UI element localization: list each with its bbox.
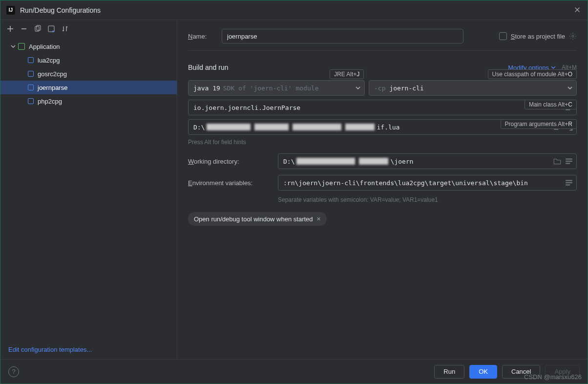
chevron-down-icon bbox=[567, 85, 572, 90]
dialog-button-bar: ? Run OK Cancel Apply bbox=[0, 359, 588, 384]
intellij-logo-icon: IJ bbox=[6, 6, 15, 15]
close-icon bbox=[574, 6, 581, 13]
titlebar: IJ Run/Debug Configurations bbox=[0, 0, 588, 20]
tree-label: lua2cpg bbox=[38, 57, 60, 64]
sort-icon bbox=[61, 25, 69, 33]
save-config-button[interactable] bbox=[45, 23, 57, 35]
tree-label: Application bbox=[29, 43, 60, 50]
svg-rect-11 bbox=[566, 161, 572, 162]
classpath-select[interactable]: -cp joern-cli bbox=[369, 80, 577, 96]
svg-rect-13 bbox=[566, 180, 572, 181]
store-as-project-checkbox[interactable] bbox=[499, 32, 507, 40]
env-label: Environment variables: bbox=[188, 179, 273, 187]
field-hints-text: Press Alt for field hints bbox=[188, 139, 577, 146]
tree-node-joernparse[interactable]: joernparse bbox=[0, 81, 177, 94]
ok-button[interactable]: OK bbox=[469, 365, 497, 379]
sidebar-toolbar bbox=[0, 20, 177, 38]
progargs-hint-tag: Program arguments Alt+R bbox=[501, 119, 577, 129]
config-tree: Application lua2cpg gosrc2cpg joernparse… bbox=[0, 38, 177, 340]
list-icon[interactable] bbox=[565, 178, 573, 187]
config-form: Name: Store as project file Build and ru… bbox=[177, 20, 588, 359]
workdir-label: Working directory: bbox=[188, 158, 273, 165]
jre-select[interactable]: java 19SDK of 'joern-cli' module bbox=[188, 80, 365, 96]
folder-icon[interactable] bbox=[553, 157, 562, 166]
save-icon bbox=[47, 25, 55, 33]
name-label: Name: bbox=[188, 33, 215, 40]
main-class-input[interactable]: io.joern.joerncli.JoernParse bbox=[188, 100, 577, 115]
open-tool-window-chip[interactable]: Open run/debug tool window when started … bbox=[188, 212, 327, 226]
application-group-icon bbox=[18, 43, 25, 50]
window-title: Run/Debug Configurations bbox=[20, 6, 574, 14]
svg-rect-10 bbox=[566, 158, 572, 159]
mainclass-hint-tag: Main class Alt+C bbox=[525, 100, 577, 109]
tree-label: joernparse bbox=[38, 84, 67, 91]
tree-label: gosrc2cpg bbox=[38, 70, 67, 78]
minus-icon bbox=[20, 25, 28, 33]
sort-config-button[interactable] bbox=[59, 23, 71, 35]
copy-icon bbox=[34, 25, 42, 33]
svg-rect-14 bbox=[566, 182, 572, 183]
add-config-button[interactable] bbox=[4, 23, 16, 35]
chevron-down-icon bbox=[10, 43, 16, 49]
chevron-down-icon bbox=[356, 85, 360, 90]
tree-node-lua2cpg[interactable]: lua2cpg bbox=[0, 53, 177, 67]
application-icon bbox=[28, 71, 34, 77]
list-icon[interactable] bbox=[565, 157, 573, 166]
gear-icon[interactable] bbox=[569, 32, 577, 40]
close-button[interactable] bbox=[574, 6, 582, 14]
application-icon bbox=[28, 57, 34, 63]
store-label: Store as project file bbox=[511, 33, 565, 40]
env-vars-input[interactable]: :rn\joern\joern-cli\frontends\lua2cpg\ta… bbox=[278, 175, 577, 191]
help-button[interactable]: ? bbox=[8, 366, 19, 377]
jre-hint-tag: JRE Alt+J bbox=[330, 69, 364, 79]
name-input[interactable] bbox=[222, 29, 463, 43]
application-icon bbox=[28, 85, 34, 90]
svg-point-3 bbox=[572, 35, 574, 37]
env-hint: Separate variables with semicolon: VAR=v… bbox=[278, 196, 577, 203]
working-directory-input[interactable]: D:\ \joern bbox=[278, 153, 577, 169]
configurations-sidebar: Application lua2cpg gosrc2cpg joernparse… bbox=[0, 20, 177, 359]
svg-rect-15 bbox=[566, 184, 570, 185]
tree-label: php2cpg bbox=[38, 98, 62, 105]
classpath-hint-tag: Use classpath of module Alt+O bbox=[488, 69, 577, 79]
application-icon bbox=[28, 98, 34, 104]
remove-config-button[interactable] bbox=[18, 23, 30, 35]
tree-node-php2cpg[interactable]: php2cpg bbox=[0, 94, 177, 108]
chip-remove-icon[interactable]: × bbox=[317, 215, 321, 223]
tree-node-gosrc2cpg[interactable]: gosrc2cpg bbox=[0, 67, 177, 81]
watermark: CSDN @marsxu626 bbox=[524, 373, 582, 381]
svg-rect-12 bbox=[566, 163, 570, 164]
run-button[interactable]: Run bbox=[434, 365, 464, 379]
plus-icon bbox=[6, 25, 14, 33]
copy-config-button[interactable] bbox=[32, 23, 43, 35]
edit-templates-link[interactable]: Edit configuration templates... bbox=[8, 346, 92, 353]
tree-node-application[interactable]: Application bbox=[0, 40, 177, 53]
